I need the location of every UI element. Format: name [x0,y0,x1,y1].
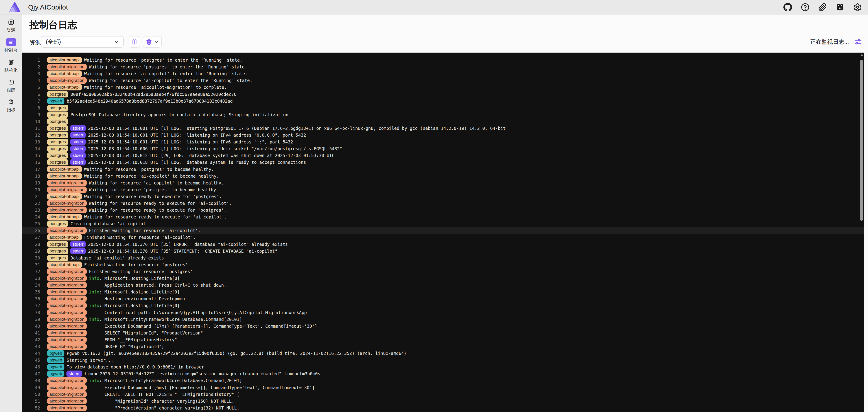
line-number: 50 [22,392,40,397]
resource-badge: aicopilot-migration [47,384,87,391]
help-icon[interactable] [801,3,810,12]
resource-badge: postgres [47,125,68,131]
watch-status-text: 正在监视日志... [810,38,849,45]
resource-badge: aicopilot-migration [47,180,87,186]
sidebar-item-label: 跟踪 [7,87,16,93]
badge-group: aicopilot-migration [47,377,87,384]
badge-group: aicopilot-migration [47,275,87,282]
log-message: 2025-12-03 01:54:10.006 UTC [1] LOG: lis… [88,146,342,151]
resource-badge: pgweb [47,364,64,370]
log-scrollbar[interactable] [860,53,864,412]
log-message: Waiting for resource 'aicopilot-migratio… [84,85,227,90]
line-number: 46 [22,365,40,370]
resource-badge: postgres [47,248,68,254]
line-number: 8 [22,105,40,110]
line-number: 2 [22,64,40,69]
resource-filter-select[interactable]: (全部) [41,36,124,47]
resource-badge: pgweb [47,350,64,356]
log-message: info: Microsoft.EntityFrameworkCore.Data… [89,317,242,322]
log-line: 2aicopilot-migrationWaiting for resource… [22,63,864,70]
log-line: 51aicopilot-migration "MigrationId" char… [22,398,864,405]
github-icon[interactable] [783,3,792,12]
log-line: 19aicopilot-migrationWaiting for resourc… [22,180,864,186]
badge-group: aicopilot-migration [47,200,87,207]
badge-group: aicopilot-httpapi [47,70,82,77]
badge-group: postgres [47,105,68,111]
log-message: "ProductVersion" character varying(32) N… [89,405,239,410]
scrollbar-thumb[interactable] [860,60,863,221]
badge-group: aicopilot-migration [47,323,87,329]
log-message: Waiting for resource 'postgres' to enter… [84,58,242,63]
log-message: info: Microsoft.Hosting.Lifetime[0] [89,276,180,281]
badge-group: aicopilot-migration [47,64,87,70]
resource-badge: aicopilot-migration [47,391,87,398]
line-number: 36 [22,296,40,301]
log-message: Pgweb v0.16.2 (git: e63945ee7182435a729f… [67,351,407,356]
sidebar-item-traces[interactable]: 跟踪 [0,78,22,93]
resource-badge: postgres [47,146,68,152]
resource-badge: postgres [47,118,68,125]
log-line: 24aicopilot-httpapiWaiting for resource … [22,214,864,220]
resource-badge: aicopilot-httpapi [47,261,82,268]
attachment-icon[interactable] [818,3,827,12]
badge-group: pgwebstderr [47,371,82,377]
resource-badge: aicopilot-migration [47,377,87,384]
app-title: Qjy.AICopilot [28,3,68,11]
badge-group: postgresstderr [47,132,86,138]
line-number: 32 [22,269,40,274]
resource-badge: stderr [70,139,86,145]
log-message: time="2025-12-03T01:54:12Z" level=info m… [84,371,320,376]
line-number: 44 [22,351,40,356]
resource-filter-label: 资源 [29,39,41,46]
resource-badge: stderr [70,152,86,159]
log-line: 39aicopilot-migrationinfo: Microsoft.Ent… [22,316,864,323]
line-number: 22 [22,201,40,206]
bot-icon[interactable] [836,3,845,12]
trash-icon [146,39,152,45]
settings-icon[interactable] [853,3,862,12]
badge-group: aicopilot-migration [47,343,87,350]
sidebar-item-metrics[interactable]: 指标 [0,98,22,113]
log-line: 3aicopilot-httpapiWaiting for resource '… [22,70,864,77]
pause-icon [131,39,137,45]
line-number: 3 [22,71,40,76]
log-line: 7pgwebb5f92ae4ea548e2940ad6578a8bed88727… [22,98,864,104]
sidebar-item-resources[interactable]: 资源 [0,18,22,33]
log-message: 2025-12-03 01:54:10.001 UTC [1] LOG: lis… [88,139,293,145]
resource-badge: aicopilot-migration [47,187,87,193]
log-line: 23aicopilot-migrationWaiting for resourc… [22,207,864,214]
log-message: Waiting for resource ready to execute fo… [84,194,221,199]
badge-group: aicopilot-migration [47,330,87,336]
resource-badge: postgres [47,91,68,97]
log-line: 17aicopilot-httpapiWaiting for resource … [22,166,864,173]
line-number: 45 [22,358,40,362]
log-message: Waiting for resource 'ai-copilot' to ent… [89,78,252,83]
sidebar-item-label: 资源 [7,27,16,33]
line-number: 47 [22,371,40,376]
log-message: Executed DbCommand (6ms) [Parameters=[],… [89,385,314,390]
resource-badge: stderr [70,248,86,254]
log-settings-sliders-icon[interactable] [854,38,862,46]
sidebar-item-console[interactable]: 控制台 [0,38,22,53]
line-number: 27 [22,235,40,240]
line-number: 33 [22,276,40,281]
line-number: 18 [22,173,40,179]
pause-logs-button[interactable] [129,36,140,47]
resource-badge: aicopilot-httpapi [47,166,82,172]
line-number: 31 [22,262,40,267]
badge-group: aicopilot-migration [47,316,87,322]
log-line: 48aicopilot-migrationinfo: Microsoft.Ent… [22,377,864,384]
clear-logs-button[interactable] [143,36,162,47]
scrollbar-up-arrow-icon[interactable] [860,54,864,56]
log-line: 52aicopilot-migration "ProductVersion" c… [22,405,864,411]
badge-group: postgres [47,221,68,227]
badge-group: postgresstderr [47,139,86,145]
log-message: Waiting for resource ready to execute fo… [89,201,231,206]
traces-icon [6,78,16,86]
sidebar-item-structured[interactable]: 结构化 [0,58,22,73]
resource-badge: aicopilot-httpapi [47,234,82,241]
log-message: ORDER BY "MigrationId"; [89,344,164,349]
line-number: 51 [22,399,40,404]
resource-badge: postgres [47,221,68,227]
log-line: 21aicopilot-httpapiWaiting for resource … [22,193,864,200]
